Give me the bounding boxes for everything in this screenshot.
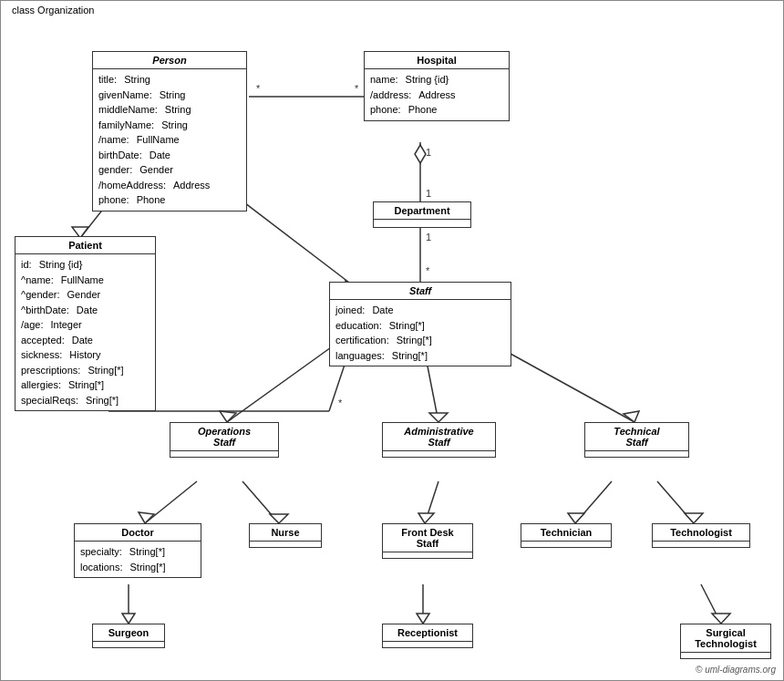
svg-marker-38 xyxy=(417,614,429,624)
svg-marker-22 xyxy=(429,413,448,422)
staff-class-header: Staff xyxy=(330,283,511,300)
staff-class-body: joined:Date education:String[*] certific… xyxy=(330,300,511,366)
technologist-class: Technologist xyxy=(652,523,750,548)
technologist-class-header: Technologist xyxy=(653,524,749,542)
svg-line-27 xyxy=(242,481,279,523)
nurse-class: Nurse xyxy=(249,523,322,548)
svg-marker-20 xyxy=(220,411,236,422)
svg-marker-34 xyxy=(685,513,703,523)
svg-line-33 xyxy=(657,481,694,523)
surgical-technologist-header: Surgical Technologist xyxy=(681,624,770,653)
administrative-staff-class: Administrative Staff xyxy=(382,422,496,458)
svg-marker-36 xyxy=(122,614,135,624)
svg-marker-4 xyxy=(415,145,426,163)
receptionist-class-header: Receptionist xyxy=(383,624,472,642)
administrative-staff-header: Administrative Staff xyxy=(383,423,495,451)
receptionist-class: Receptionist xyxy=(382,624,473,648)
technician-class: Technician xyxy=(521,523,612,548)
doctor-class-header: Doctor xyxy=(75,524,201,542)
technical-staff-header: Technical Staff xyxy=(585,423,688,451)
surgeon-class: Surgeon xyxy=(92,624,165,648)
svg-text:1: 1 xyxy=(426,188,431,199)
person-class-header: Person xyxy=(93,52,246,69)
person-class: Person title:String givenName:String mid… xyxy=(92,51,247,212)
svg-line-39 xyxy=(701,584,721,624)
svg-text:*: * xyxy=(256,83,261,94)
svg-marker-40 xyxy=(712,614,730,624)
svg-marker-32 xyxy=(568,513,584,523)
technician-class-header: Technician xyxy=(521,524,611,542)
hospital-class-header: Hospital xyxy=(365,52,509,69)
surgeon-class-header: Surgeon xyxy=(93,624,164,642)
doctor-class: Doctor specialty:String[*] locations:Str… xyxy=(74,523,201,578)
copyright-text: © uml-diagrams.org xyxy=(696,665,776,675)
diagram-title: class Organization xyxy=(8,5,98,15)
operations-staff-header: Operations Staff xyxy=(170,423,278,451)
svg-line-29 xyxy=(425,481,438,523)
doctor-class-body: specialty:String[*] locations:String[*] xyxy=(75,542,201,577)
department-class-body xyxy=(374,220,470,227)
svg-text:*: * xyxy=(355,83,359,94)
hospital-class: Hospital name:String {id} /address:Addre… xyxy=(364,51,510,121)
svg-text:*: * xyxy=(338,397,343,408)
patient-class: Patient id:String {id} ^name:FullName ^g… xyxy=(15,236,156,411)
patient-class-header: Patient xyxy=(15,237,155,254)
svg-marker-26 xyxy=(139,512,154,523)
nurse-class-header: Nurse xyxy=(250,524,321,542)
svg-marker-28 xyxy=(270,514,288,523)
svg-text:1: 1 xyxy=(426,232,431,242)
svg-line-31 xyxy=(575,481,612,523)
svg-marker-24 xyxy=(624,411,639,422)
department-class-header: Department xyxy=(374,202,470,220)
hospital-class-body: name:String {id} /address:Address phone:… xyxy=(365,69,509,120)
person-class-body: title:String givenName:String middleName… xyxy=(93,69,246,211)
front-desk-staff-class: Front Desk Staff xyxy=(382,523,473,559)
operations-staff-class: Operations Staff xyxy=(170,422,279,458)
front-desk-staff-header: Front Desk Staff xyxy=(383,524,472,552)
svg-text:1: 1 xyxy=(426,147,431,158)
department-class: Department xyxy=(373,201,471,228)
svg-line-25 xyxy=(145,481,197,523)
technical-staff-class: Technical Staff xyxy=(584,422,689,458)
svg-marker-30 xyxy=(418,513,434,523)
diagram-container: class Organization * * 1 1 1 * * * xyxy=(0,0,784,681)
svg-text:*: * xyxy=(426,265,430,276)
surgical-technologist-class: Surgical Technologist xyxy=(680,624,771,659)
staff-class: Staff joined:Date education:String[*] ce… xyxy=(329,282,511,366)
patient-class-body: id:String {id} ^name:FullName ^gender:Ge… xyxy=(15,254,155,410)
